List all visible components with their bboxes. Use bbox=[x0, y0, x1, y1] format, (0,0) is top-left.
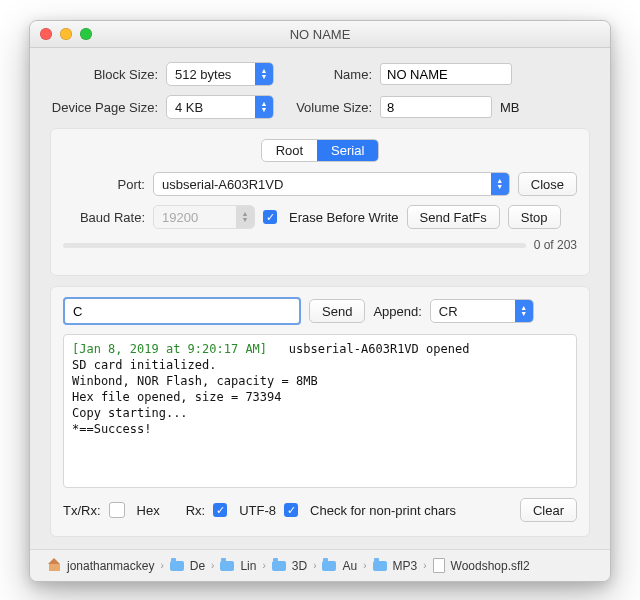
crumb-item[interactable]: Lin bbox=[240, 559, 256, 573]
hex-label: Hex bbox=[137, 503, 160, 518]
clear-button[interactable]: Clear bbox=[520, 498, 577, 522]
chevron-updown-icon: ▲▼ bbox=[255, 96, 273, 118]
home-icon bbox=[48, 560, 61, 571]
tab-root[interactable]: Root bbox=[262, 140, 317, 161]
folder-icon bbox=[170, 561, 184, 571]
baud-select: 19200 ▲▼ bbox=[153, 205, 255, 229]
send-button[interactable]: Send bbox=[309, 299, 365, 323]
window-title: NO NAME bbox=[30, 27, 610, 42]
crumb-item[interactable]: MP3 bbox=[393, 559, 418, 573]
folder-icon bbox=[220, 561, 234, 571]
folder-icon bbox=[373, 561, 387, 571]
tab-switch: Root Serial bbox=[261, 139, 380, 162]
chevron-updown-icon: ▲▼ bbox=[515, 300, 533, 322]
crumb-item[interactable]: jonathanmackey bbox=[67, 559, 154, 573]
page-size-label: Device Page Size: bbox=[50, 100, 158, 115]
chevron-right-icon: › bbox=[423, 560, 426, 571]
chevron-updown-icon: ▲▼ bbox=[491, 173, 509, 195]
tab-serial[interactable]: Serial bbox=[317, 140, 378, 161]
port-label: Port: bbox=[63, 177, 145, 192]
port-value: usbserial-A603R1VD bbox=[162, 177, 283, 192]
progress-text: 0 of 203 bbox=[534, 238, 577, 252]
chevron-updown-icon: ▲▼ bbox=[255, 63, 273, 85]
block-size-select[interactable]: 512 bytes ▲▼ bbox=[166, 62, 274, 86]
document-icon bbox=[433, 558, 445, 573]
crumb-item[interactable]: 3D bbox=[292, 559, 307, 573]
append-select[interactable]: CR ▲▼ bbox=[430, 299, 534, 323]
port-select[interactable]: usbserial-A603R1VD ▲▼ bbox=[153, 172, 510, 196]
crumb-file[interactable]: Woodshop.sfl2 bbox=[451, 559, 530, 573]
block-size-label: Block Size: bbox=[50, 67, 158, 82]
hex-checkbox[interactable] bbox=[109, 502, 125, 518]
chevron-right-icon: › bbox=[160, 560, 163, 571]
volume-size-label: Volume Size: bbox=[282, 100, 372, 115]
erase-checkbox[interactable]: ✓ bbox=[263, 210, 277, 224]
serial-group: Root Serial Port: usbserial-A603R1VD ▲▼ … bbox=[50, 128, 590, 276]
log-opened: usbserial-A603R1VD opened bbox=[289, 342, 470, 356]
terminal-output: [Jan 8, 2019 at 9:20:17 AM] usbserial-A6… bbox=[63, 334, 577, 488]
chevron-right-icon: › bbox=[363, 560, 366, 571]
command-input[interactable] bbox=[63, 297, 301, 325]
block-size-value: 512 bytes bbox=[175, 67, 231, 82]
stop-button[interactable]: Stop bbox=[508, 205, 561, 229]
txrx-label: Tx/Rx: bbox=[63, 503, 101, 518]
nonprint-checkbox[interactable]: ✓ bbox=[284, 503, 298, 517]
folder-icon bbox=[272, 561, 286, 571]
log-lines: SD card initialized. Winbond, NOR Flash,… bbox=[72, 358, 318, 436]
chevron-right-icon: › bbox=[262, 560, 265, 571]
crumb-item[interactable]: Au bbox=[342, 559, 357, 573]
breadcrumb: jonathanmackey › De › Lin › 3D › Au › MP… bbox=[30, 549, 610, 581]
volume-size-field[interactable] bbox=[380, 96, 492, 118]
chevron-right-icon: › bbox=[211, 560, 214, 571]
rx-label: Rx: bbox=[186, 503, 206, 518]
close-port-button[interactable]: Close bbox=[518, 172, 577, 196]
page-size-value: 4 KB bbox=[175, 100, 203, 115]
progress-bar bbox=[63, 243, 526, 248]
log-timestamp: [Jan 8, 2019 at 9:20:17 AM] bbox=[72, 342, 267, 356]
command-group: Send Append: CR ▲▼ [Jan 8, 2019 at 9:20:… bbox=[50, 286, 590, 537]
chevron-right-icon: › bbox=[313, 560, 316, 571]
chevron-updown-icon: ▲▼ bbox=[236, 206, 254, 228]
send-fatfs-button[interactable]: Send FatFs bbox=[407, 205, 500, 229]
page-size-select[interactable]: 4 KB ▲▼ bbox=[166, 95, 274, 119]
append-value: CR bbox=[439, 304, 458, 319]
folder-icon bbox=[322, 561, 336, 571]
nonprint-label: Check for non-print chars bbox=[310, 503, 456, 518]
erase-label: Erase Before Write bbox=[289, 210, 399, 225]
name-field[interactable] bbox=[380, 63, 512, 85]
baud-value: 19200 bbox=[162, 210, 198, 225]
baud-label: Baud Rate: bbox=[63, 210, 145, 225]
app-window: NO NAME Block Size: 512 bytes ▲▼ Name: D… bbox=[29, 20, 611, 582]
utf8-label: UTF-8 bbox=[239, 503, 276, 518]
crumb-item[interactable]: De bbox=[190, 559, 205, 573]
append-label: Append: bbox=[373, 304, 421, 319]
utf8-checkbox[interactable]: ✓ bbox=[213, 503, 227, 517]
name-label: Name: bbox=[282, 67, 372, 82]
volume-size-unit: MB bbox=[500, 100, 520, 115]
titlebar: NO NAME bbox=[30, 21, 610, 48]
